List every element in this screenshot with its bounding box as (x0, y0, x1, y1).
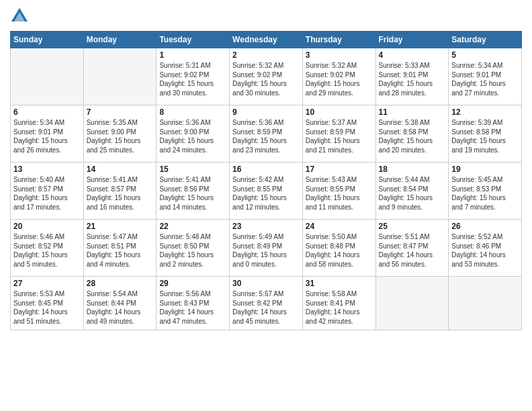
day-info: Sunrise: 5:34 AM Sunset: 9:01 PM Dayligh… (13, 118, 81, 154)
day-info: Sunrise: 5:35 AM Sunset: 9:00 PM Dayligh… (87, 118, 154, 154)
day-number: 24 (306, 222, 373, 231)
day-info: Sunrise: 5:51 AM Sunset: 8:47 PM Dayligh… (379, 232, 446, 269)
weekday-header-friday: Friday (375, 32, 449, 48)
calendar-cell: 21Sunrise: 5:47 AM Sunset: 8:51 PM Dayli… (83, 220, 157, 277)
day-info: Sunrise: 5:40 AM Sunset: 8:57 PM Dayligh… (13, 175, 81, 212)
day-info: Sunrise: 5:32 AM Sunset: 9:02 PM Dayligh… (306, 61, 373, 97)
calendar-cell: 10Sunrise: 5:37 AM Sunset: 8:59 PM Dayli… (302, 105, 375, 163)
day-info: Sunrise: 5:49 AM Sunset: 8:49 PM Dayligh… (232, 232, 300, 269)
day-info: Sunrise: 5:48 AM Sunset: 8:50 PM Dayligh… (159, 232, 226, 269)
day-number: 11 (379, 107, 446, 117)
calendar: SundayMondayTuesdayWednesdayThursdayFrid… (10, 31, 522, 330)
day-info: Sunrise: 5:33 AM Sunset: 9:01 PM Dayligh… (379, 61, 446, 97)
day-number: 30 (232, 279, 300, 288)
day-number: 27 (13, 279, 81, 288)
weekday-header-thursday: Thursday (302, 32, 375, 48)
calendar-cell: 27Sunrise: 5:53 AM Sunset: 8:45 PM Dayli… (11, 277, 84, 330)
day-info: Sunrise: 5:43 AM Sunset: 8:55 PM Dayligh… (306, 175, 373, 212)
week-row-4: 20Sunrise: 5:46 AM Sunset: 8:52 PM Dayli… (11, 220, 522, 277)
day-number: 6 (13, 107, 81, 117)
day-info: Sunrise: 5:47 AM Sunset: 8:51 PM Dayligh… (87, 232, 154, 269)
day-number: 29 (159, 279, 226, 288)
weekday-header-row: SundayMondayTuesdayWednesdayThursdayFrid… (11, 32, 522, 48)
day-info: Sunrise: 5:46 AM Sunset: 8:52 PM Dayligh… (13, 232, 81, 269)
day-info: Sunrise: 5:36 AM Sunset: 8:59 PM Dayligh… (232, 118, 300, 154)
day-number: 31 (306, 279, 373, 288)
day-info: Sunrise: 5:50 AM Sunset: 8:48 PM Dayligh… (306, 232, 373, 269)
calendar-cell: 13Sunrise: 5:40 AM Sunset: 8:57 PM Dayli… (11, 163, 84, 220)
day-number: 3 (306, 50, 373, 60)
page: SundayMondayTuesdayWednesdayThursdayFrid… (0, 0, 532, 411)
calendar-cell (83, 48, 157, 105)
day-info: Sunrise: 5:42 AM Sunset: 8:55 PM Dayligh… (232, 175, 300, 212)
calendar-cell: 29Sunrise: 5:56 AM Sunset: 8:43 PM Dayli… (157, 277, 230, 330)
day-info: Sunrise: 5:38 AM Sunset: 8:58 PM Dayligh… (379, 118, 446, 154)
day-info: Sunrise: 5:31 AM Sunset: 9:02 PM Dayligh… (159, 61, 226, 97)
calendar-cell: 2Sunrise: 5:32 AM Sunset: 9:02 PM Daylig… (230, 48, 303, 105)
calendar-cell: 11Sunrise: 5:38 AM Sunset: 8:58 PM Dayli… (375, 105, 449, 163)
calendar-cell: 28Sunrise: 5:54 AM Sunset: 8:44 PM Dayli… (83, 277, 157, 330)
day-number: 25 (379, 222, 446, 231)
day-number: 2 (232, 50, 300, 60)
calendar-cell: 22Sunrise: 5:48 AM Sunset: 8:50 PM Dayli… (157, 220, 230, 277)
day-number: 23 (232, 222, 300, 231)
day-number: 10 (306, 107, 373, 117)
day-info: Sunrise: 5:32 AM Sunset: 9:02 PM Dayligh… (232, 61, 300, 97)
week-row-1: 1Sunrise: 5:31 AM Sunset: 9:02 PM Daylig… (11, 48, 522, 105)
calendar-cell: 6Sunrise: 5:34 AM Sunset: 9:01 PM Daylig… (11, 105, 84, 163)
day-number: 26 (451, 222, 519, 231)
header (10, 7, 522, 26)
day-info: Sunrise: 5:52 AM Sunset: 8:46 PM Dayligh… (451, 232, 519, 269)
day-number: 7 (87, 107, 154, 117)
calendar-cell: 18Sunrise: 5:44 AM Sunset: 8:54 PM Dayli… (375, 163, 449, 220)
day-info: Sunrise: 5:45 AM Sunset: 8:53 PM Dayligh… (451, 175, 519, 212)
day-number: 1 (159, 50, 226, 60)
day-number: 16 (232, 165, 300, 174)
week-row-5: 27Sunrise: 5:53 AM Sunset: 8:45 PM Dayli… (11, 277, 522, 330)
day-info: Sunrise: 5:53 AM Sunset: 8:45 PM Dayligh… (13, 289, 81, 326)
day-info: Sunrise: 5:58 AM Sunset: 8:41 PM Dayligh… (306, 289, 373, 326)
logo-icon (10, 7, 29, 26)
day-number: 18 (379, 165, 446, 174)
day-info: Sunrise: 5:41 AM Sunset: 8:57 PM Dayligh… (87, 175, 154, 212)
calendar-cell (449, 277, 522, 330)
calendar-cell: 5Sunrise: 5:34 AM Sunset: 9:01 PM Daylig… (449, 48, 522, 105)
day-number: 12 (451, 107, 519, 117)
weekday-header-saturday: Saturday (449, 32, 522, 48)
day-info: Sunrise: 5:36 AM Sunset: 9:00 PM Dayligh… (159, 118, 226, 154)
weekday-header-wednesday: Wednesday (230, 32, 303, 48)
day-number: 4 (379, 50, 446, 60)
day-number: 13 (13, 165, 81, 174)
day-number: 22 (159, 222, 226, 231)
calendar-cell: 24Sunrise: 5:50 AM Sunset: 8:48 PM Dayli… (302, 220, 375, 277)
day-number: 17 (306, 165, 373, 174)
calendar-cell: 16Sunrise: 5:42 AM Sunset: 8:55 PM Dayli… (230, 163, 303, 220)
day-number: 14 (87, 165, 154, 174)
calendar-cell: 7Sunrise: 5:35 AM Sunset: 9:00 PM Daylig… (83, 105, 157, 163)
day-info: Sunrise: 5:57 AM Sunset: 8:42 PM Dayligh… (232, 289, 300, 326)
calendar-cell: 8Sunrise: 5:36 AM Sunset: 9:00 PM Daylig… (157, 105, 230, 163)
weekday-header-sunday: Sunday (11, 32, 84, 48)
day-number: 15 (159, 165, 226, 174)
day-number: 5 (451, 50, 519, 60)
calendar-cell: 15Sunrise: 5:41 AM Sunset: 8:56 PM Dayli… (157, 163, 230, 220)
day-info: Sunrise: 5:44 AM Sunset: 8:54 PM Dayligh… (379, 175, 446, 212)
calendar-cell: 20Sunrise: 5:46 AM Sunset: 8:52 PM Dayli… (11, 220, 84, 277)
day-number: 28 (87, 279, 154, 288)
week-row-3: 13Sunrise: 5:40 AM Sunset: 8:57 PM Dayli… (11, 163, 522, 220)
day-info: Sunrise: 5:39 AM Sunset: 8:58 PM Dayligh… (451, 118, 519, 154)
day-number: 21 (87, 222, 154, 231)
day-info: Sunrise: 5:41 AM Sunset: 8:56 PM Dayligh… (159, 175, 226, 212)
day-info: Sunrise: 5:56 AM Sunset: 8:43 PM Dayligh… (159, 289, 226, 326)
day-info: Sunrise: 5:54 AM Sunset: 8:44 PM Dayligh… (87, 289, 154, 326)
calendar-cell (375, 277, 449, 330)
calendar-cell: 9Sunrise: 5:36 AM Sunset: 8:59 PM Daylig… (230, 105, 303, 163)
calendar-cell: 30Sunrise: 5:57 AM Sunset: 8:42 PM Dayli… (230, 277, 303, 330)
calendar-cell: 19Sunrise: 5:45 AM Sunset: 8:53 PM Dayli… (449, 163, 522, 220)
weekday-header-monday: Monday (83, 32, 157, 48)
day-info: Sunrise: 5:34 AM Sunset: 9:01 PM Dayligh… (451, 61, 519, 97)
logo (10, 7, 32, 26)
week-row-2: 6Sunrise: 5:34 AM Sunset: 9:01 PM Daylig… (11, 105, 522, 163)
calendar-cell: 14Sunrise: 5:41 AM Sunset: 8:57 PM Dayli… (83, 163, 157, 220)
day-number: 19 (451, 165, 519, 174)
